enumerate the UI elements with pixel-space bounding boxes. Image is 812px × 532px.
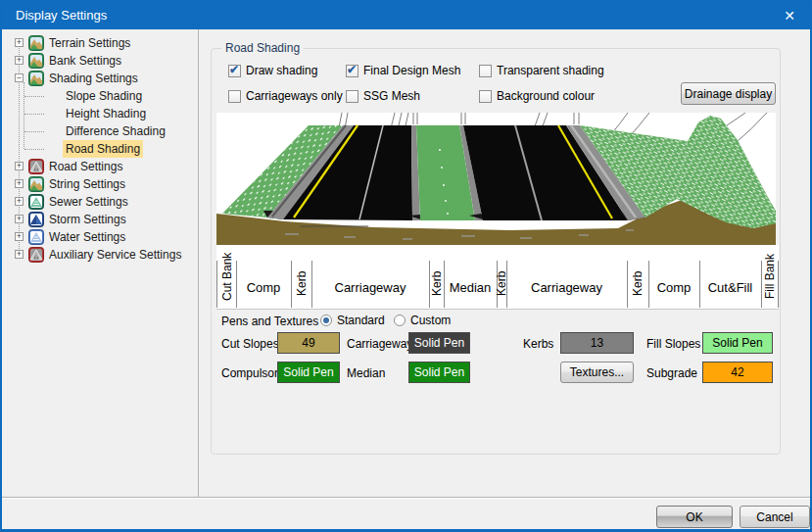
median-label: Median: [347, 366, 385, 380]
tree-item-height-shading[interactable]: Height Shading: [2, 105, 196, 122]
carriageway-pen-button[interactable]: Solid Pen: [408, 332, 470, 354]
carriageway-label: Carriageway: [347, 337, 412, 351]
checkbox-box[interactable]: [479, 90, 492, 103]
cut-slopes-pen-button[interactable]: 49: [277, 332, 340, 354]
standard-radio[interactable]: Standard: [320, 314, 385, 327]
checkbox-label: Final Design Mesh: [363, 64, 460, 77]
radio-label: Custom: [410, 314, 451, 327]
kerbs-pen-button[interactable]: 13: [560, 332, 634, 354]
section-label-cut-bank: Cut Bank: [217, 245, 236, 308]
fill-slopes-label: Fill Slopes: [646, 337, 700, 351]
expand-toggle[interactable]: +: [15, 38, 24, 47]
titlebar[interactable]: Display Settings ✕: [2, 2, 810, 29]
window-title: Display Settings: [16, 2, 107, 29]
cut-slopes-label: Cut Slopes: [221, 337, 279, 351]
subgrade-pen-button[interactable]: 42: [702, 362, 773, 383]
tree-item-shading-settings[interactable]: − Shading Settings: [2, 70, 196, 87]
tree-item-string-settings[interactable]: + String Settings: [2, 175, 196, 193]
carriageways-only-checkbox[interactable]: Carriageways only: [228, 89, 343, 103]
collapse-toggle[interactable]: −: [15, 73, 24, 82]
kerbs-label: Kerbs: [523, 337, 553, 351]
cancel-button[interactable]: Cancel: [740, 506, 810, 528]
median-pen-button[interactable]: Solid Pen: [408, 362, 470, 383]
checkbox-box[interactable]: [479, 65, 492, 77]
ssg-mesh-checkbox[interactable]: SSG Mesh: [346, 89, 420, 103]
expand-toggle[interactable]: +: [15, 215, 24, 223]
section-label-cut-and-fill: Cut&Fill: [699, 266, 761, 308]
expand-toggle[interactable]: +: [15, 179, 24, 188]
settings-tree: + Terrain Settings + Bank Settings − Sha…: [2, 29, 198, 497]
sewer-icon: [28, 194, 44, 210]
tree-item-sewer-settings[interactable]: + Sewer Settings: [2, 193, 196, 211]
section-label-comp: Comp: [648, 266, 699, 308]
expand-toggle[interactable]: +: [15, 250, 24, 259]
drainage-display-button[interactable]: Drainage display: [681, 82, 776, 105]
checkbox-box[interactable]: [346, 90, 358, 103]
road-preview-image: [216, 113, 776, 245]
section-label-median: Median: [444, 266, 497, 308]
tree-item-storm-settings[interactable]: + Storm Settings: [2, 211, 196, 228]
checkbox-box[interactable]: [228, 90, 241, 103]
pens-and-textures-label: Pens and Textures: [221, 314, 318, 328]
tree-item-road-settings[interactable]: + Road Settings: [2, 158, 196, 175]
checkbox-box[interactable]: [346, 65, 358, 77]
dialog-body: + Terrain Settings + Bank Settings − Sha…: [2, 29, 810, 529]
checkbox-label: Draw shading: [246, 64, 317, 77]
expand-toggle[interactable]: +: [15, 197, 24, 206]
terrain-icon: [28, 176, 44, 192]
custom-radio[interactable]: Custom: [394, 314, 451, 327]
subgrade-label: Subgrade: [646, 366, 697, 380]
section-label-kerb: Kerb: [627, 259, 648, 308]
checkbox-label: SSG Mesh: [363, 89, 420, 103]
checkbox-label: Background colour: [497, 89, 595, 103]
expand-toggle[interactable]: +: [15, 232, 24, 241]
fill-slopes-pen-button[interactable]: Solid Pen: [702, 332, 773, 354]
terrain-icon: [28, 71, 44, 86]
tree-item-terrain-settings[interactable]: + Terrain Settings: [2, 34, 196, 52]
terrain-icon: [28, 35, 44, 51]
ok-button[interactable]: OK: [656, 506, 733, 528]
compulsory-label: Compulsory: [221, 366, 284, 380]
panel-divider: [198, 29, 199, 497]
road-sign-icon: [28, 159, 44, 174]
storm-icon: [28, 212, 44, 227]
section-label-fill-bank: Fill Bank: [761, 245, 779, 308]
final-design-mesh-checkbox[interactable]: Final Design Mesh: [346, 64, 460, 77]
tree-item-auxiliary-service-settings[interactable]: + Auxiliary Service Settings: [2, 246, 196, 264]
draw-shading-checkbox[interactable]: Draw shading: [228, 64, 317, 77]
section-label-kerb: Kerb: [497, 259, 506, 308]
tree-item-road-shading-selected[interactable]: Road Shading: [2, 140, 196, 158]
checkbox-box[interactable]: [228, 65, 241, 77]
close-icon[interactable]: ✕: [779, 2, 800, 29]
radio-circle[interactable]: [320, 314, 332, 326]
section-label-kerb: Kerb: [291, 259, 311, 308]
road-section-strip: Cut Bank Comp Kerb Carriageway Kerb Medi…: [216, 245, 779, 310]
road-sign-icon: [28, 247, 44, 263]
radio-label: Standard: [337, 314, 385, 327]
footer-divider: [2, 497, 810, 499]
display-settings-dialog: Display Settings ✕ + Terrain Settings + …: [0, 0, 812, 532]
section-label-carriageway: Carriageway: [311, 266, 429, 308]
radio-circle[interactable]: [394, 314, 406, 326]
compulsory-pen-button[interactable]: Solid Pen: [277, 362, 340, 383]
groupbox-title: Road Shading: [221, 41, 304, 55]
background-colour-checkbox[interactable]: Background colour: [479, 89, 595, 103]
transparent-shading-checkbox[interactable]: Transparent shading: [479, 64, 604, 77]
tree-item-slope-shading[interactable]: Slope Shading: [2, 87, 196, 105]
water-icon: [28, 229, 44, 245]
tree-item-difference-shading[interactable]: Difference Shading: [2, 122, 196, 140]
expand-toggle[interactable]: +: [15, 56, 24, 65]
checkbox-label: Carriageways only: [246, 89, 343, 103]
checkbox-label: Transparent shading: [497, 64, 604, 77]
terrain-icon: [28, 53, 44, 69]
section-label-kerb: Kerb: [429, 259, 444, 308]
section-label-carriageway: Carriageway: [506, 266, 627, 308]
textures-button[interactable]: Textures...: [560, 362, 634, 383]
tree-item-bank-settings[interactable]: + Bank Settings: [2, 52, 196, 70]
expand-toggle[interactable]: +: [15, 162, 24, 170]
tree-item-water-settings[interactable]: + Water Settings: [2, 228, 196, 246]
section-label-comp: Comp: [236, 266, 291, 308]
